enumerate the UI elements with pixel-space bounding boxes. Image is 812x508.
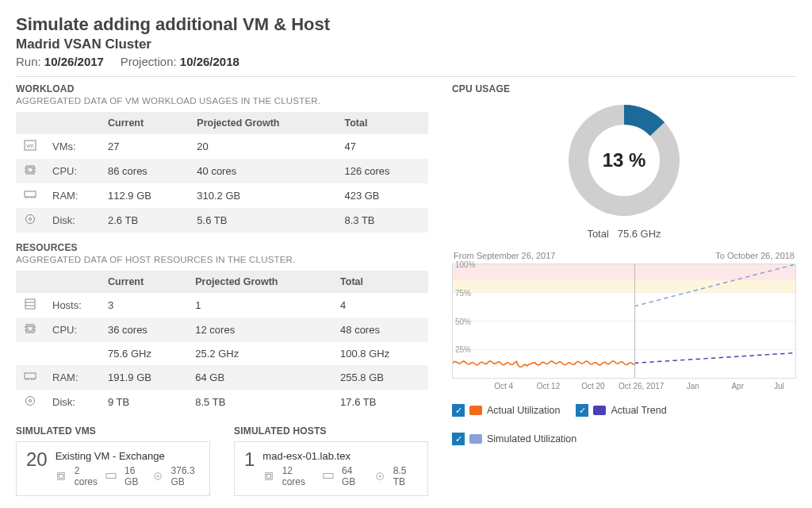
legend-checkbox[interactable]: ✓ (452, 433, 465, 445)
svg-rect-3 (28, 167, 33, 172)
chart-legend: ✓Actual Utilization✓Actual Trend✓Simulat… (452, 404, 796, 445)
svg-rect-32 (59, 474, 63, 478)
svg-rect-37 (266, 474, 270, 478)
resources-subheading: AGGREGATED DATA OF HOST RESOURCES IN THE… (16, 255, 428, 264)
row-label: VMs: (44, 134, 100, 159)
svg-line-45 (634, 353, 795, 364)
sim-host-title: mad-esx-01.lab.tex (262, 450, 418, 462)
cpu-total-value: 75.6 GHz (618, 228, 661, 240)
run-label: Run: (16, 55, 41, 68)
table-row: Disk: 2.6 TB 5.6 TB 8.3 TB (16, 208, 428, 233)
table-row: Hosts: 3 1 4 (16, 293, 428, 318)
vm-icon: vm (24, 140, 36, 151)
table-row: CPU: 36 cores 12 cores 48 cores (16, 318, 428, 342)
sim-vms-heading: SIMULATED VMS (16, 425, 210, 437)
sim-vm-title: Existing VM - Exchange (56, 450, 200, 462)
legend-swatch (469, 434, 482, 444)
page-header: Simulate adding additional VM & Host Mad… (16, 14, 796, 68)
col-total: Total (336, 112, 428, 134)
svg-rect-33 (106, 474, 116, 479)
disk-icon (152, 471, 163, 482)
disk-icon (24, 395, 36, 406)
col-current: Current (100, 271, 187, 293)
run-info: Run: 10/26/2017 Projection: 10/26/2018 (16, 55, 796, 68)
svg-point-39 (376, 473, 383, 480)
ram-icon (24, 371, 36, 382)
legend-label: Simulated Utilization (487, 433, 576, 444)
col-total: Total (332, 271, 428, 293)
host-icon (24, 298, 36, 310)
ram-icon (105, 471, 117, 482)
page-title: Simulate adding additional VM & Host (16, 14, 796, 35)
ram-icon (24, 189, 36, 200)
ram-icon (323, 471, 334, 482)
svg-rect-19 (28, 326, 33, 331)
svg-rect-8 (25, 191, 36, 197)
legend-checkbox[interactable]: ✓ (576, 404, 588, 417)
resources-heading: RESOURCES (16, 242, 428, 253)
workload-table: Current Projected Growth Total vm VMs: 2… (16, 112, 428, 233)
disk-icon (24, 214, 36, 225)
row-label: Hosts: (44, 293, 100, 318)
cluster-name: Madrid VSAN Cluster (16, 37, 796, 52)
col-projected: Projected Growth (189, 112, 336, 134)
legend-checkbox[interactable]: ✓ (452, 404, 465, 417)
divider (16, 76, 796, 77)
sim-vm-count: 20 (26, 450, 48, 469)
disk-icon (373, 471, 385, 482)
legend-label: Actual Trend (611, 405, 666, 416)
legend-swatch (593, 406, 606, 415)
table-row: vm VMs: 27 20 47 (16, 134, 428, 159)
row-label: RAM: (44, 183, 100, 208)
cpu-icon (24, 164, 36, 175)
legend-swatch (469, 406, 482, 415)
svg-rect-15 (25, 299, 35, 309)
cpu-total-label: Total (587, 228, 608, 240)
projection-value: 10/26/2018 (180, 55, 239, 68)
legend-item[interactable]: ✓Actual Trend (576, 404, 666, 417)
chart-to-label: To October 26, 2018 (715, 251, 795, 260)
svg-point-14 (29, 218, 32, 221)
sim-vm-card[interactable]: 20 Existing VM - Exchange 2 cores 16 GB … (16, 441, 210, 496)
table-row: 75.6 GHz 25.2 GHz 100.8 GHz (16, 342, 428, 365)
cpu-icon (262, 471, 274, 482)
svg-point-40 (378, 475, 380, 477)
cpu-icon (56, 471, 67, 482)
svg-line-46 (634, 264, 795, 306)
table-row: RAM: 191.9 GB 64 GB 255.8 GB (16, 365, 428, 390)
svg-rect-38 (324, 474, 333, 479)
resources-table: Current Projected Growth Total Hosts: 3 … (16, 271, 428, 414)
table-row: Disk: 9 TB 8.5 TB 17.6 TB (16, 390, 428, 414)
svg-point-30 (29, 400, 32, 402)
sim-hosts-heading: SIMULATED HOSTS (234, 425, 428, 437)
svg-text:vm: vm (26, 143, 34, 148)
cpu-percent-label: 13 % (565, 101, 684, 220)
row-label: RAM: (44, 365, 100, 390)
row-label: Disk: (44, 390, 100, 414)
run-value: 10/26/2017 (44, 55, 104, 68)
chart-x-axis: Oct 4Oct 12Oct 20Oct 26, 2017JanAprJul (452, 382, 796, 393)
svg-point-35 (157, 475, 159, 477)
sim-host-count: 1 (244, 450, 255, 469)
col-projected: Projected Growth (187, 271, 332, 293)
table-row: RAM: 112.9 GB 310.2 GB 423 GB (16, 183, 428, 208)
row-label: CPU: (44, 318, 100, 342)
chart-from-label: From September 26, 2017 (454, 251, 555, 260)
sim-vm-specs: 2 cores 16 GB 376.3 GB (56, 465, 200, 487)
svg-rect-24 (25, 373, 36, 379)
table-row: CPU: 86 cores 40 cores 126 cores (16, 159, 428, 183)
legend-label: Actual Utilization (487, 405, 560, 416)
row-label: Disk: (44, 208, 100, 233)
legend-item[interactable]: ✓Simulated Utilization (452, 433, 576, 445)
svg-point-34 (154, 473, 161, 480)
utilization-chart: 25%50%75%100% (452, 264, 796, 379)
svg-point-29 (26, 397, 35, 406)
cpu-usage-heading: CPU USAGE (452, 83, 796, 94)
legend-item[interactable]: ✓Actual Utilization (452, 404, 560, 417)
col-current: Current (100, 112, 189, 134)
sim-host-card[interactable]: 1 mad-esx-01.lab.tex 12 cores 64 GB 8.5 … (234, 441, 428, 496)
cpu-donut-chart: 13 % Total 75.6 GHz (452, 101, 796, 240)
row-label: CPU: (44, 159, 100, 183)
workload-heading: WORKLOAD (16, 83, 428, 94)
svg-point-13 (26, 215, 35, 224)
